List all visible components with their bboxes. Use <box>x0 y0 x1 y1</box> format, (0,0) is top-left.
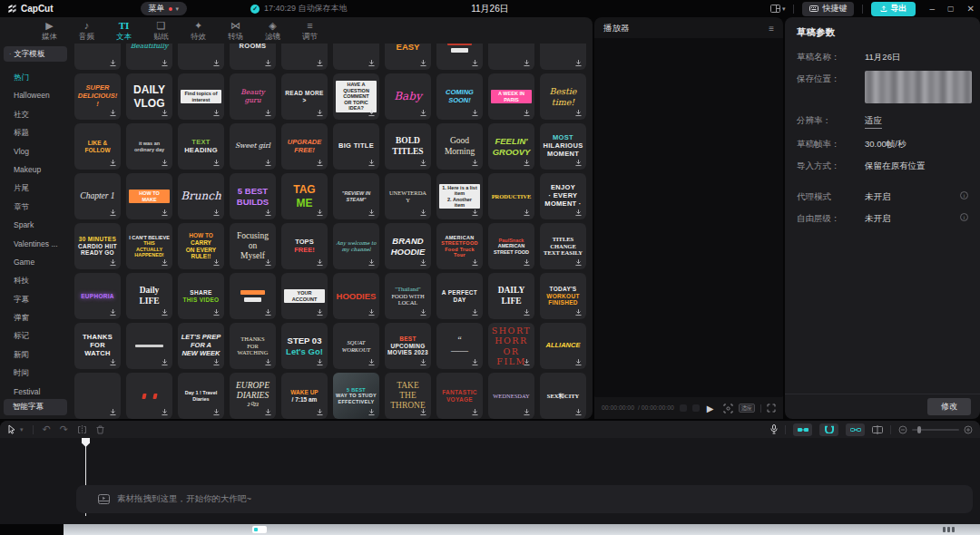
tab-audio[interactable]: ♪音频 <box>79 20 94 44</box>
template-tile[interactable]: Beautifully <box>126 44 172 70</box>
template-tile[interactable]: PaulSnack AMERICAN STREET FOOD <box>488 223 534 269</box>
timeline-zoom-slider[interactable] <box>898 425 973 434</box>
template-tile[interactable]: HAVE A QUESTION COMMENT OR TOPIC IDEA? <box>333 73 379 120</box>
tab-text[interactable]: TI文本 <box>116 20 132 44</box>
download-icon[interactable] <box>264 408 272 416</box>
download-icon[interactable] <box>264 159 272 167</box>
sidebar-item[interactable]: 新闻 <box>0 345 71 364</box>
download-icon[interactable] <box>264 59 272 67</box>
template-tile[interactable]: Daily LIFE <box>126 273 172 319</box>
sidebar-item-smart-captions[interactable]: 智能字幕 <box>4 399 67 415</box>
download-icon[interactable] <box>471 258 479 267</box>
download-icon[interactable] <box>316 209 324 217</box>
layout-switch-button[interactable]: ▾ <box>770 5 786 13</box>
export-button[interactable]: 导出 <box>871 2 916 16</box>
template-tile[interactable] <box>178 44 224 70</box>
menu-button[interactable]: 菜单 ▾ <box>141 2 188 15</box>
template-tile[interactable]: TITLES CHANGE TEXT EASILY <box>540 223 586 269</box>
template-tile[interactable]: ALLIANCE <box>540 323 586 369</box>
download-icon[interactable] <box>419 59 427 67</box>
template-tile[interactable]: TAKE THE THRONE <box>385 373 431 419</box>
sidebar-item[interactable]: 时间 <box>0 364 71 382</box>
download-icon[interactable] <box>316 159 324 167</box>
download-icon[interactable] <box>419 358 427 366</box>
playhead-handle[interactable] <box>82 438 90 447</box>
template-tile[interactable]: FANTASTIC VOYAGE <box>436 373 483 419</box>
template-tile[interactable]: READ MORE > <box>281 73 328 120</box>
download-icon[interactable] <box>368 358 376 366</box>
sidebar-item[interactable]: 字幕 <box>0 290 71 308</box>
download-icon[interactable] <box>316 408 324 416</box>
download-icon[interactable] <box>109 159 117 167</box>
download-icon[interactable] <box>212 408 220 416</box>
template-tile[interactable]: Day 1 ! Travel Diaries <box>178 373 224 419</box>
template-tile[interactable]: 5 BEST BUILDS <box>230 173 276 219</box>
template-tile[interactable]: Brunch <box>178 173 224 219</box>
download-icon[interactable] <box>368 109 376 117</box>
template-tile[interactable]: THANKS FOR WATCHING <box>230 323 276 369</box>
download-icon[interactable] <box>368 209 376 217</box>
download-icon[interactable] <box>368 308 376 316</box>
download-icon[interactable] <box>109 258 117 267</box>
linkage-toggle[interactable] <box>846 423 865 436</box>
taskbar-app-icon[interactable] <box>252 526 267 533</box>
download-icon[interactable] <box>109 109 117 117</box>
template-tile[interactable]: THANKS FOR WATCH <box>74 323 121 369</box>
redo-button[interactable]: ↷ <box>60 423 68 435</box>
template-tile[interactable]: UNEWTERDAY <box>385 173 431 219</box>
template-tile[interactable] <box>74 373 121 419</box>
template-tile[interactable]: Beauty guru <box>230 73 276 120</box>
template-tile[interactable]: A WEEK IN PARIS <box>488 73 534 120</box>
template-tile[interactable]: it was an ordinary day <box>126 123 172 170</box>
template-tile[interactable]: 5 BEST WAY TO STUDY EFFECTIVELY <box>333 373 379 419</box>
template-tile[interactable]: LET'S PREP FOR A NEW WEEK <box>178 323 224 369</box>
download-icon[interactable] <box>419 159 427 167</box>
template-tile[interactable]: A PERFECT DAY <box>436 273 483 319</box>
tab-media[interactable]: ▶媒体 <box>42 20 57 44</box>
auto-snap-toggle[interactable] <box>819 423 838 436</box>
template-tile[interactable]: Good Morning <box>436 123 483 170</box>
template-tile[interactable]: YOUR ACCOUNT <box>281 273 328 319</box>
download-icon[interactable] <box>161 59 169 67</box>
template-tile[interactable]: TOPS FREE! <box>281 223 328 269</box>
download-icon[interactable] <box>523 408 531 416</box>
select-tool-button[interactable] <box>7 424 16 434</box>
template-tile[interactable]: BEST UPCOMING MOVIES 2023 <box>385 323 431 369</box>
preview-quality-icon[interactable] <box>723 404 733 413</box>
template-tile[interactable]: EASY <box>385 44 431 70</box>
download-icon[interactable] <box>212 109 220 117</box>
next-frame-button[interactable] <box>692 404 700 412</box>
sidebar-item[interactable]: 片尾 <box>0 179 71 197</box>
template-tile[interactable]: Bestie time! <box>540 73 586 120</box>
download-icon[interactable] <box>419 308 427 316</box>
template-tile[interactable]: SEX和CITY <box>540 373 586 419</box>
sidebar-item[interactable]: 章节 <box>0 198 71 216</box>
download-icon[interactable] <box>574 308 583 316</box>
template-tile[interactable]: WAKE UP / 7:15 am <box>281 373 328 419</box>
template-tile[interactable] <box>540 44 586 70</box>
download-icon[interactable] <box>161 358 169 366</box>
shortcuts-button[interactable]: 快捷键 <box>802 2 854 16</box>
sidebar-section-header[interactable]: · 文字模板 <box>4 46 67 62</box>
template-tile[interactable]: "Thailand" FOOD WITH LOCAL <box>385 273 431 319</box>
download-icon[interactable] <box>471 109 479 117</box>
download-icon[interactable] <box>523 59 531 67</box>
download-icon[interactable] <box>109 358 117 366</box>
template-tile[interactable]: ROOMS <box>230 44 276 70</box>
template-tile[interactable]: ENJOY · EVERY MOMENT · <box>540 173 586 219</box>
template-tile[interactable]: DAILY VLOG <box>126 73 172 120</box>
template-tile[interactable]: HOW TO CARRY ON EVERY RULE!! <box>178 223 224 269</box>
empty-track-dropzone[interactable]: 素材拖拽到这里，开始你的大作吧~ <box>76 485 973 513</box>
download-icon[interactable] <box>471 308 479 316</box>
download-icon[interactable] <box>471 209 479 217</box>
tab-sticker[interactable]: ❏贴纸 <box>153 20 169 44</box>
download-icon[interactable] <box>574 209 583 217</box>
download-icon[interactable] <box>419 209 427 217</box>
download-icon[interactable] <box>471 59 479 67</box>
download-icon[interactable] <box>161 109 169 117</box>
tab-filters[interactable]: ◈滤镜 <box>265 20 280 44</box>
template-tile[interactable]: MOST HILARIOUS MOMENT <box>540 123 586 170</box>
download-icon[interactable] <box>212 308 220 316</box>
preview-axis-button[interactable] <box>872 425 883 434</box>
template-tile[interactable]: 30 MINUTES CARDIO HIIT READY GO <box>74 223 121 269</box>
